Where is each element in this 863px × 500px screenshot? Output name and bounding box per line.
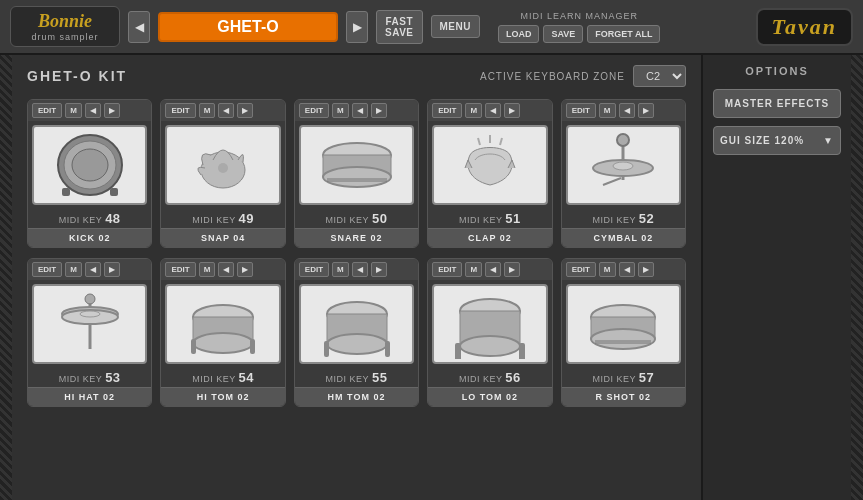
pad-next-button[interactable]: ▶ xyxy=(237,103,253,118)
pad-midi-key-text: MIDI KEY xyxy=(459,215,505,225)
pad-image[interactable] xyxy=(566,125,681,205)
pad-midi-key-text: MIDI KEY xyxy=(326,374,372,384)
pad-midi-number: 56 xyxy=(505,370,520,385)
svg-rect-38 xyxy=(455,343,461,359)
pad-prev-button[interactable]: ◀ xyxy=(485,103,501,118)
next-kit-button[interactable]: ▶ xyxy=(346,11,368,43)
gui-size-button[interactable]: GUI SIZE 120% ▼ xyxy=(713,126,841,155)
pad-image[interactable] xyxy=(32,125,147,205)
pad-prev-button[interactable]: ◀ xyxy=(85,262,101,277)
pad-next-button[interactable]: ▶ xyxy=(504,262,520,277)
pad-next-button[interactable]: ▶ xyxy=(638,103,654,118)
pad-mute-button[interactable]: M xyxy=(465,262,482,277)
keyboard-zone-select[interactable]: C2 xyxy=(633,65,686,87)
svg-rect-39 xyxy=(519,343,525,359)
pad-name-label: HM TOM 02 xyxy=(295,387,418,406)
pad-image[interactable] xyxy=(32,284,147,364)
pad-midi-label: MIDI KEY 57 xyxy=(562,368,685,387)
pad-controls: EDIT M ◀ ▶ xyxy=(161,100,284,121)
svg-point-2 xyxy=(72,149,108,181)
pad-name-label: HI HAT 02 xyxy=(28,387,151,406)
pad-image[interactable] xyxy=(432,125,547,205)
pad-midi-number: 50 xyxy=(372,211,387,226)
pad-midi-key-text: MIDI KEY xyxy=(192,374,238,384)
pad-controls: EDIT M ◀ ▶ xyxy=(428,259,551,280)
pad-midi-number: 54 xyxy=(239,370,254,385)
pad-image[interactable] xyxy=(432,284,547,364)
pad-mute-button[interactable]: M xyxy=(65,103,82,118)
pad-image[interactable] xyxy=(299,284,414,364)
drum-pad: EDIT M ◀ ▶ MIDI KEY 49 SNAP 04 xyxy=(160,99,285,248)
pad-edit-button[interactable]: EDIT xyxy=(165,103,195,118)
pad-midi-label: MIDI KEY 49 xyxy=(161,209,284,228)
pad-controls: EDIT M ◀ ▶ xyxy=(562,100,685,121)
brand-logo: Bonnie drum sampler xyxy=(10,6,120,47)
master-effects-button[interactable]: MASTER EFFECTS xyxy=(713,89,841,118)
pad-edit-button[interactable]: EDIT xyxy=(566,262,596,277)
midi-load-button[interactable]: LOAD xyxy=(498,25,540,43)
pad-midi-number: 52 xyxy=(639,211,654,226)
pad-prev-button[interactable]: ◀ xyxy=(352,262,368,277)
kit-header: GHET-O KIT ACTIVE KEYBOARD ZONE C2 xyxy=(27,65,686,87)
svg-point-27 xyxy=(193,333,253,353)
pad-controls: EDIT M ◀ ▶ xyxy=(161,259,284,280)
pad-mute-button[interactable]: M xyxy=(332,262,349,277)
pad-edit-button[interactable]: EDIT xyxy=(32,262,62,277)
pad-edit-button[interactable]: EDIT xyxy=(432,262,462,277)
pad-midi-key-text: MIDI KEY xyxy=(192,215,238,225)
svg-rect-4 xyxy=(110,188,118,196)
pad-next-button[interactable]: ▶ xyxy=(104,103,120,118)
svg-line-12 xyxy=(478,138,480,145)
svg-point-9 xyxy=(323,167,391,187)
pad-edit-button[interactable]: EDIT xyxy=(299,262,329,277)
pad-prev-button[interactable]: ◀ xyxy=(218,103,234,118)
pad-image[interactable] xyxy=(165,125,280,205)
pads-row-2: EDIT M ◀ ▶ MIDI KEY 53 HI HAT 02 E xyxy=(27,258,686,407)
pad-next-button[interactable]: ▶ xyxy=(237,262,253,277)
pad-next-button[interactable]: ▶ xyxy=(504,103,520,118)
midi-forget-button[interactable]: FORGET ALL xyxy=(587,25,660,43)
svg-line-16 xyxy=(603,178,621,185)
pad-edit-button[interactable]: EDIT xyxy=(566,103,596,118)
menu-button[interactable]: MENU xyxy=(431,15,480,38)
pad-midi-label: MIDI KEY 51 xyxy=(428,209,551,228)
pad-midi-label: MIDI KEY 48 xyxy=(28,209,151,228)
prev-kit-button[interactable]: ◀ xyxy=(128,11,150,43)
pad-edit-button[interactable]: EDIT xyxy=(165,262,195,277)
kit-name-display[interactable]: GHET-O xyxy=(158,12,338,42)
pad-next-button[interactable]: ▶ xyxy=(104,262,120,277)
pad-mute-button[interactable]: M xyxy=(199,262,216,277)
midi-save-button[interactable]: SAVE xyxy=(543,25,583,43)
pad-mute-button[interactable]: M xyxy=(465,103,482,118)
pad-mute-button[interactable]: M xyxy=(65,262,82,277)
pad-prev-button[interactable]: ◀ xyxy=(619,262,635,277)
pad-name-label: KICK 02 xyxy=(28,228,151,247)
pad-prev-button[interactable]: ◀ xyxy=(352,103,368,118)
pad-prev-button[interactable]: ◀ xyxy=(85,103,101,118)
pad-prev-button[interactable]: ◀ xyxy=(485,262,501,277)
keyboard-zone-section: ACTIVE KEYBOARD ZONE C2 xyxy=(480,65,686,87)
pad-controls: EDIT M ◀ ▶ xyxy=(295,259,418,280)
svg-rect-29 xyxy=(250,339,255,354)
pad-edit-button[interactable]: EDIT xyxy=(432,103,462,118)
pad-mute-button[interactable]: M xyxy=(599,262,616,277)
midi-learn-section: MIDI LEARN MANAGER LOAD SAVE FORGET ALL xyxy=(498,11,661,43)
pad-next-button[interactable]: ▶ xyxy=(371,262,387,277)
pad-image[interactable] xyxy=(165,284,280,364)
pad-prev-button[interactable]: ◀ xyxy=(619,103,635,118)
pad-mute-button[interactable]: M xyxy=(332,103,349,118)
fast-save-button[interactable]: FAST SAVE xyxy=(376,10,423,44)
pad-name-label: SNARE 02 xyxy=(295,228,418,247)
drum-pad: EDIT M ◀ ▶ MIDI KEY 54 HI TOM 02 xyxy=(160,258,285,407)
gui-size-label: GUI SIZE 120% xyxy=(720,135,804,146)
pad-edit-button[interactable]: EDIT xyxy=(299,103,329,118)
pad-mute-button[interactable]: M xyxy=(199,103,216,118)
pad-image[interactable] xyxy=(566,284,681,364)
pad-next-button[interactable]: ▶ xyxy=(371,103,387,118)
pad-mute-button[interactable]: M xyxy=(599,103,616,118)
pad-edit-button[interactable]: EDIT xyxy=(32,103,62,118)
pad-image[interactable] xyxy=(299,125,414,205)
pad-next-button[interactable]: ▶ xyxy=(638,262,654,277)
pad-prev-button[interactable]: ◀ xyxy=(218,262,234,277)
pad-name-label: CYMBAL 02 xyxy=(562,228,685,247)
